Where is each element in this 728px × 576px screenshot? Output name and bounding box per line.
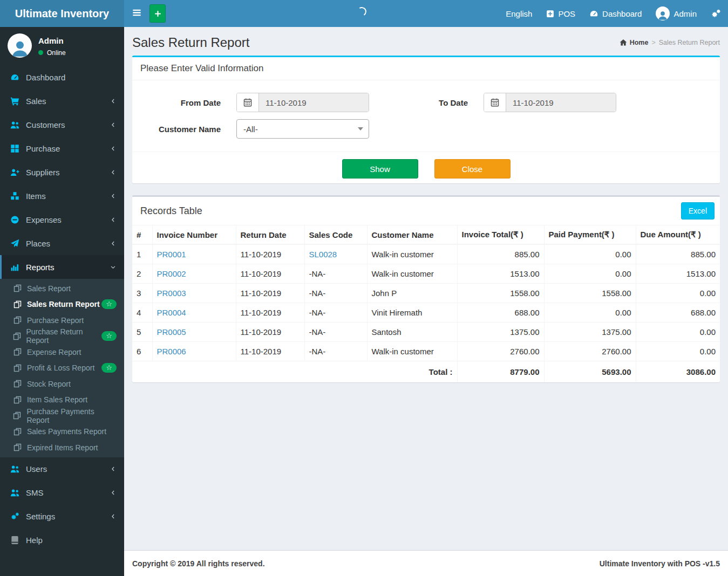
excel-export-button[interactable]: Excel <box>681 202 715 220</box>
online-status-icon <box>38 50 43 55</box>
table-cell: 1375.00 <box>544 323 636 342</box>
sidebar-item-reports[interactable]: Reports <box>0 255 124 279</box>
invoice-number-link[interactable]: PR0005 <box>157 327 186 337</box>
table-row: 4PR000411-10-2019-NA-Vinit Hiremath688.0… <box>132 303 720 323</box>
sidebar-user-status[interactable]: Online <box>38 49 66 57</box>
sidebar-item-label: Reports <box>26 263 55 272</box>
show-button[interactable]: Show <box>342 159 418 179</box>
sidebar-item-expenses[interactable]: Expenses <box>0 208 124 231</box>
navbar-pos-label: POS <box>558 9 575 18</box>
invoice-number-link[interactable]: PR0002 <box>157 269 186 278</box>
submenu-item-profit-loss-report[interactable]: Profit & Loss Report☆ <box>0 360 124 376</box>
navbar-dashboard[interactable]: Dashboard <box>582 0 649 27</box>
navbar-language-label: English <box>506 9 532 18</box>
submenu-item-purchase-report[interactable]: Purchase Report <box>0 312 124 328</box>
table-cell: Vinit Hiremath <box>367 303 457 323</box>
submenu-item-expired-items-report[interactable]: Expired Items Report <box>0 440 124 456</box>
submenu-item-sales-report[interactable]: Sales Report <box>0 280 124 297</box>
sidebar-item-sms[interactable]: SMS <box>0 481 124 505</box>
navbar-settings[interactable] <box>704 0 728 27</box>
table-cell: 0.00 <box>544 244 636 264</box>
sidebar-item-label: Settings <box>26 512 55 521</box>
sales-code-link[interactable]: SL0028 <box>309 250 337 259</box>
dashboard-icon <box>589 9 598 18</box>
records-panel: Records Table Excel #Invoice NumberRetur… <box>132 195 720 382</box>
submenu-item-stock-report[interactable]: Stock Report <box>0 376 124 392</box>
calendar-icon[interactable] <box>237 93 259 112</box>
to-date-field[interactable]: 11-10-2019 <box>484 93 616 112</box>
sidebar-item-label: Expenses <box>26 215 62 224</box>
submenu-item-purchase-return-report[interactable]: Purchase Return Report☆ <box>0 328 124 345</box>
sidebar-item-purchase[interactable]: Purchase <box>0 136 124 160</box>
chevron-left-icon <box>110 466 116 472</box>
submenu-item-purchase-payments-report[interactable]: Purchase Payments Report <box>0 408 124 424</box>
table-cell: Walk-in customer <box>367 342 457 361</box>
breadcrumb-home-link[interactable]: Home <box>620 39 649 46</box>
sidebar-item-users[interactable]: Users <box>0 457 124 481</box>
avatar <box>8 33 32 58</box>
total-value: 8779.00 <box>457 361 544 383</box>
sidebar-item-sales[interactable]: Sales <box>0 89 124 113</box>
sidebar-item-customers[interactable]: Customers <box>0 113 124 136</box>
copy-icon <box>11 396 23 404</box>
chevron-left-icon <box>110 193 116 199</box>
to-date-input[interactable]: 11-10-2019 <box>506 93 616 112</box>
copy-icon <box>11 284 23 292</box>
chevron-down-icon <box>358 127 363 131</box>
sidebar-item-items[interactable]: Items <box>0 184 124 208</box>
sidebar-item-suppliers[interactable]: Suppliers <box>0 160 124 184</box>
sidebar-reports-submenu: Sales ReportSales Return Report☆Purchase… <box>0 279 124 457</box>
table-cell: 2 <box>132 264 152 284</box>
cubes-icon <box>8 191 22 201</box>
filter-panel-title: Please Enter Valid Information <box>132 57 720 80</box>
quick-add-button[interactable] <box>149 4 166 23</box>
navbar-pos[interactable]: POS <box>539 0 582 27</box>
records-table-foot: Total :8779.005693.003086.00 <box>132 361 720 383</box>
table-cell: 4 <box>132 303 152 323</box>
column-header: Customer Name <box>367 225 457 245</box>
navbar-user[interactable]: Admin <box>649 0 704 27</box>
invoice-number-link[interactable]: PR0003 <box>157 289 186 298</box>
calendar-icon[interactable] <box>484 93 506 112</box>
sidebar-item-dashboard[interactable]: Dashboard <box>0 65 124 89</box>
invoice-number-link[interactable]: PR0006 <box>157 347 186 356</box>
table-row: 3PR000311-10-2019-NA-John P1558.001558.0… <box>132 284 720 303</box>
table-cell: 5 <box>132 323 152 342</box>
table-cell: -NA- <box>304 323 367 342</box>
cogs-icon <box>711 9 721 19</box>
sidebar-item-label: Customers <box>26 120 65 129</box>
table-cell: -NA- <box>304 264 367 284</box>
chevron-left-icon <box>110 169 116 175</box>
sidebar-item-help[interactable]: Help <box>0 529 124 552</box>
filter-row-customer: Customer Name -All- <box>132 119 720 139</box>
table-cell: 1558.00 <box>544 284 636 303</box>
chevron-left-icon <box>110 122 116 128</box>
invoice-number-link[interactable]: PR0001 <box>157 250 186 259</box>
sidebar-item-settings[interactable]: Settings <box>0 505 124 529</box>
copyright-text: Copyright © 2019 All rights reserved. <box>132 559 265 568</box>
sidebar-item-places[interactable]: Places <box>0 231 124 255</box>
submenu-item-sales-return-report[interactable]: Sales Return Report☆ <box>0 297 124 313</box>
table-cell: 688.00 <box>457 303 544 323</box>
users-icon <box>8 120 22 129</box>
total-label: Total : <box>132 361 457 383</box>
hamburger-icon <box>132 8 142 18</box>
submenu-item-sales-payments-report[interactable]: Sales Payments Report <box>0 424 124 440</box>
table-cell: 1 <box>132 244 152 264</box>
from-date-field[interactable]: 11-10-2019 <box>236 93 369 112</box>
from-date-input[interactable]: 11-10-2019 <box>259 93 369 112</box>
person-icon <box>657 10 668 20</box>
submenu-item-item-sales-report[interactable]: Item Sales Report <box>0 392 124 408</box>
invoice-number-link[interactable]: PR0004 <box>157 308 186 317</box>
bar-chart-icon <box>8 263 22 272</box>
close-button[interactable]: Close <box>434 159 511 179</box>
customer-name-select[interactable]: -All- <box>236 119 369 139</box>
sidebar: Admin Online DashboardSalesCustomersPurc… <box>0 27 124 576</box>
table-cell: Walk-in customer <box>367 264 457 284</box>
brand-logo[interactable]: Ultimate Inventory <box>0 0 124 27</box>
submenu-item-expense-report[interactable]: Expense Report <box>0 344 124 360</box>
table-cell: John P <box>367 284 457 303</box>
plus-icon <box>154 10 162 18</box>
navbar-language[interactable]: English <box>499 0 539 27</box>
sidebar-toggle-button[interactable] <box>124 8 149 20</box>
